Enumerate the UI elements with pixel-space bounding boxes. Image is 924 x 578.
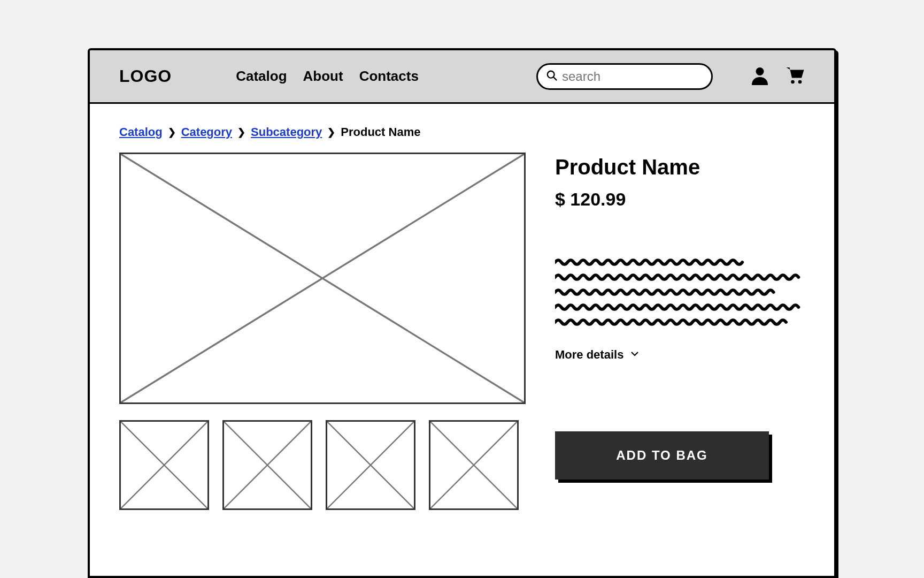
more-details-toggle[interactable]: More details — [555, 348, 640, 362]
product-thumbnail[interactable] — [119, 420, 209, 510]
page-content: Catalog ❯ Category ❯ Subcategory ❯ Produ… — [90, 104, 834, 526]
product-thumbnail[interactable] — [326, 420, 415, 510]
search-icon — [546, 70, 558, 83]
svg-point-2 — [756, 67, 764, 75]
breadcrumb-catalog[interactable]: Catalog — [119, 125, 163, 139]
product-thumbnail[interactable] — [222, 420, 312, 510]
search-input[interactable] — [562, 69, 703, 84]
cart-icon[interactable] — [786, 66, 805, 87]
nav-contacts[interactable]: Contacts — [359, 68, 419, 85]
chevron-right-icon: ❯ — [327, 126, 335, 138]
svg-point-0 — [548, 71, 555, 78]
header-icons — [750, 66, 805, 87]
nav-about[interactable]: About — [303, 68, 343, 85]
product-description-placeholder — [555, 258, 805, 326]
main-nav: Catalog About Contacts — [236, 68, 419, 85]
product-thumbnails — [119, 420, 526, 510]
product-layout: Product Name $ 120.99 More details ADD T… — [119, 153, 805, 510]
site-logo[interactable]: LOGO — [119, 66, 172, 86]
product-price: $ 120.99 — [555, 189, 805, 210]
svg-point-3 — [791, 80, 795, 83]
product-info: Product Name $ 120.99 More details ADD T… — [555, 153, 805, 510]
more-details-label: More details — [555, 348, 623, 362]
add-to-bag-button[interactable]: ADD TO BAG — [555, 431, 769, 480]
product-page-window: LOGO Catalog About Contacts Catalog ❯ Ca — [88, 48, 836, 578]
chevron-right-icon: ❯ — [237, 126, 245, 138]
svg-point-4 — [798, 80, 802, 83]
svg-line-1 — [553, 77, 557, 80]
site-header: LOGO Catalog About Contacts — [90, 50, 834, 104]
breadcrumb-category[interactable]: Category — [181, 125, 232, 139]
breadcrumb: Catalog ❯ Category ❯ Subcategory ❯ Produ… — [119, 125, 805, 139]
search-bar[interactable] — [536, 63, 713, 90]
product-thumbnail[interactable] — [429, 420, 519, 510]
product-gallery — [119, 153, 526, 510]
product-title: Product Name — [555, 155, 805, 179]
breadcrumb-subcategory[interactable]: Subcategory — [251, 125, 322, 139]
chevron-right-icon: ❯ — [168, 126, 176, 138]
breadcrumb-current: Product Name — [341, 125, 420, 139]
chevron-down-icon — [630, 348, 640, 362]
nav-catalog[interactable]: Catalog — [236, 68, 287, 85]
user-icon[interactable] — [750, 66, 769, 87]
product-main-image[interactable] — [119, 153, 526, 404]
